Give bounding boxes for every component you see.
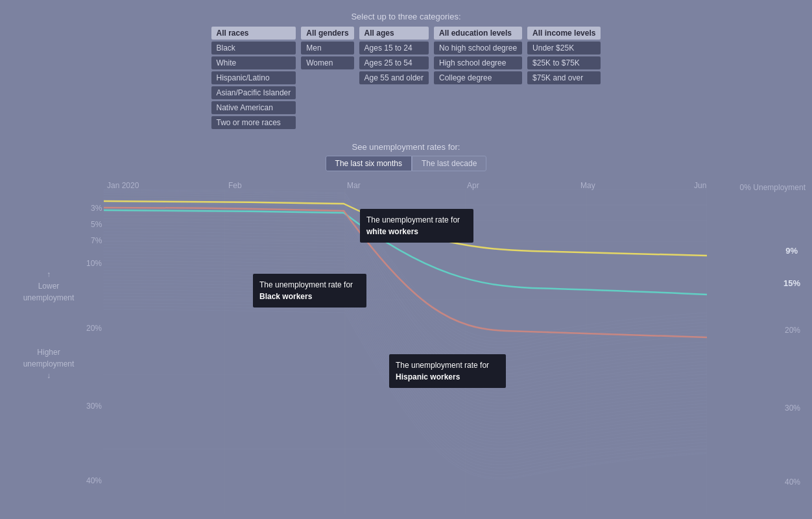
75k-over-btn[interactable]: $75K and over xyxy=(527,71,601,84)
ages-15-btn[interactable]: Ages 15 to 24 xyxy=(359,42,429,54)
select-title: Select up to three categories: xyxy=(0,12,812,21)
zero-pct-label: 0% Unemployment xyxy=(740,183,806,192)
asian-btn[interactable]: Asian/Pacific Islander xyxy=(211,86,296,99)
25k-75k-btn[interactable]: $25K to $75K xyxy=(527,56,601,69)
all-ages-btn[interactable]: All ages xyxy=(359,27,429,40)
controls-section: Select up to three categories: All races… xyxy=(0,0,812,134)
y-label-30: 30% xyxy=(86,402,102,411)
all-income-btn[interactable]: All income levels xyxy=(527,27,601,40)
tooltip-hispanic: The unemployment rate forHispanic worker… xyxy=(389,354,506,388)
x-label-feb: Feb xyxy=(228,181,242,190)
x-label-jan: Jan 2020 xyxy=(107,181,139,190)
tooltip-white: The unemployment rate forwhite workers xyxy=(360,209,473,243)
all-races-btn[interactable]: All races xyxy=(211,27,296,40)
x-label-may: May xyxy=(580,181,595,190)
last-decade-btn[interactable]: The last decade xyxy=(412,156,486,171)
hs-btn[interactable]: High school degree xyxy=(434,56,522,69)
two-races-btn[interactable]: Two or more races xyxy=(211,116,296,129)
all-education-btn[interactable]: All education levels xyxy=(434,27,522,40)
no-hs-btn[interactable]: No high school degree xyxy=(434,42,522,54)
age-55-btn[interactable]: Age 55 and older xyxy=(359,71,429,84)
time-buttons: The last six months The last decade xyxy=(326,156,487,171)
right-20pct: 20% xyxy=(785,326,800,335)
college-btn[interactable]: College degree xyxy=(434,71,522,84)
right-40pct: 40% xyxy=(785,477,800,487)
all-genders-btn[interactable]: All genders xyxy=(301,27,353,40)
y-label-10: 10% xyxy=(86,259,102,268)
x-label-mar: Mar xyxy=(347,181,361,190)
hispanic-btn[interactable]: Hispanic/Latino xyxy=(211,71,296,84)
race-column: All races Black White Hispanic/Latino As… xyxy=(211,27,296,129)
income-column: All income levels Under $25K $25K to $75… xyxy=(527,27,601,129)
ages-25-btn[interactable]: Ages 25 to 54 xyxy=(359,56,429,69)
right-30pct: 30% xyxy=(785,404,800,413)
y-label-7: 7% xyxy=(91,236,102,245)
categories-row: All races Black White Hispanic/Latino As… xyxy=(0,27,812,129)
chart-container: ↑ Lower unemployment Higher unemployment… xyxy=(0,178,812,519)
gender-column: All genders Men Women xyxy=(301,27,353,129)
women-btn[interactable]: Women xyxy=(301,56,353,69)
y-label-40: 40% xyxy=(86,476,102,485)
y-label-3: 3% xyxy=(91,204,102,213)
x-label-jun: Jun xyxy=(694,181,706,190)
native-american-btn[interactable]: Native American xyxy=(211,101,296,114)
men-btn[interactable]: Men xyxy=(301,42,353,54)
y-label-5: 5% xyxy=(91,220,102,229)
white-btn[interactable]: White xyxy=(211,56,296,69)
time-selector-label: See unemployment rates for: xyxy=(0,142,812,152)
y-label-20: 20% xyxy=(86,324,102,333)
last-six-months-btn[interactable]: The last six months xyxy=(326,156,412,171)
under-25k-btn[interactable]: Under $25K xyxy=(527,42,601,54)
higher-unemployment-label: Higher unemployment ↓ xyxy=(19,346,78,381)
education-column: All education levels No high school degr… xyxy=(434,27,522,129)
x-label-apr: Apr xyxy=(467,181,479,190)
black-btn[interactable]: Black xyxy=(211,42,296,54)
age-column: All ages Ages 15 to 24 Ages 25 to 54 Age… xyxy=(359,27,429,129)
main-container: Select up to three categories: All races… xyxy=(0,0,812,519)
tooltip-black: The unemployment rate forBlack workers xyxy=(253,274,366,308)
lower-unemployment-label: ↑ Lower unemployment xyxy=(19,269,78,304)
time-selector: See unemployment rates for: The last six… xyxy=(0,142,812,171)
right-9pct: 9% xyxy=(785,246,798,256)
right-15pct: 15% xyxy=(783,278,800,288)
